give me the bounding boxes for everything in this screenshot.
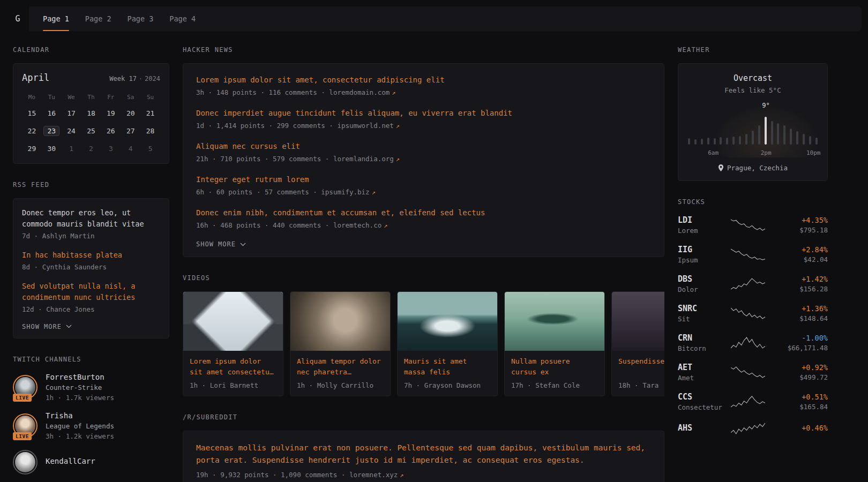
stock-symbol[interactable]: DBS bbox=[678, 274, 725, 284]
tab-page-3[interactable]: Page 3 bbox=[128, 6, 154, 31]
section-title-twitch: TWITCH CHANNELS bbox=[13, 356, 169, 363]
stock-price: $795.18 bbox=[771, 226, 828, 234]
stock-row[interactable]: DBSDolor +1.42%$156.28 bbox=[678, 274, 828, 293]
rss-item-title[interactable]: Sed volutpat nulla nisl, a condimentum n… bbox=[22, 281, 160, 303]
hn-item-stats: 21h · 710 points · 579 comments · bbox=[196, 155, 329, 163]
video-thumbnail[interactable] bbox=[398, 292, 497, 351]
stock-name: Dolor bbox=[678, 285, 725, 293]
stock-symbol[interactable]: CRN bbox=[678, 333, 725, 343]
stock-row[interactable]: LDILorem +4.35%$795.18 bbox=[678, 215, 828, 235]
hn-item-domain-link[interactable]: ipsumworld.net↗ bbox=[337, 122, 400, 130]
subreddit-post-title[interactable]: Maecenas mollis pulvinar erat non posuer… bbox=[196, 442, 651, 466]
rss-item-title[interactable]: Donec tempor eros leo, ut commodo mauris… bbox=[22, 207, 160, 230]
video-card[interactable]: Lorem ipsum dolor sit amet consectetu… 1… bbox=[183, 291, 283, 396]
stock-name: Amet bbox=[678, 374, 725, 382]
hn-item-domain-link[interactable]: ipsumify.biz↗ bbox=[321, 188, 376, 196]
stock-row[interactable]: IIGIpsum +2.84%$42.04 bbox=[678, 245, 828, 264]
video-thumbnail[interactable] bbox=[505, 292, 604, 351]
hn-item-title[interactable]: Aliquam nec cursus elit bbox=[196, 141, 651, 152]
avatar[interactable] bbox=[13, 450, 38, 475]
calendar-week-year: Week 17·2024 bbox=[109, 75, 160, 82]
video-thumbnail[interactable] bbox=[612, 292, 664, 351]
video-title[interactable]: Lorem ipsum dolor sit amet consectetu… bbox=[190, 356, 276, 378]
hn-item-title[interactable]: Donec enim nibh, condimentum et accumsan… bbox=[196, 207, 651, 219]
video-title[interactable]: Nullam posuere cursus ex bbox=[511, 356, 598, 378]
hn-item: Donec imperdiet augue tincidunt felis al… bbox=[196, 108, 651, 130]
stock-symbol[interactable]: AHS bbox=[678, 423, 725, 433]
twitch-channel[interactable]: LIVE Trisha League of Legends 3h · 1.2k … bbox=[13, 411, 169, 440]
video-title[interactable]: Suspendisse diam bbox=[618, 356, 664, 378]
rss-show-more-button[interactable]: SHOW MORE bbox=[22, 323, 72, 330]
stock-sparkline bbox=[731, 306, 765, 320]
hn-item-stats: 3h · 148 points · 116 comments · bbox=[196, 88, 325, 96]
avatar[interactable]: LIVE bbox=[13, 375, 38, 400]
stock-symbol[interactable]: LDI bbox=[678, 215, 725, 225]
middle-column: HACKER NEWS Lorem ipsum dolor sit amet, … bbox=[183, 46, 664, 482]
stocks-widget: STOCKS LDILorem +4.35%$795.18 IIGIpsum +… bbox=[678, 198, 828, 435]
hn-item-domain-link[interactable]: loremtech.co↗ bbox=[333, 221, 388, 229]
avatar-image bbox=[15, 452, 35, 472]
twitch-channel[interactable]: KendallCarr bbox=[13, 450, 169, 475]
stock-row[interactable]: AETAmet +0.92%$499.72 bbox=[678, 363, 828, 382]
channel-name[interactable]: ForrestBurton bbox=[46, 373, 114, 381]
channel-name[interactable]: KendallCarr bbox=[46, 457, 95, 465]
stock-symbol[interactable]: IIG bbox=[678, 245, 725, 254]
rss-item: In hac habitasse platea 8d · Cynthia Sau… bbox=[22, 250, 160, 271]
videos-scroll-row[interactable]: Lorem ipsum dolor sit amet consectetu… 1… bbox=[183, 291, 664, 396]
subreddit-card: Maecenas mollis pulvinar erat non posuer… bbox=[183, 431, 664, 482]
stock-row[interactable]: CRNBitcorn -1.00%$66,171.48 bbox=[678, 333, 828, 352]
stock-symbol[interactable]: AET bbox=[678, 363, 725, 372]
channel-meta: 3h · 1.2k viewers bbox=[46, 432, 114, 440]
channel-game[interactable]: League of Legends bbox=[46, 422, 114, 430]
video-card[interactable]: Mauris sit amet massa felis 7h · Grayson… bbox=[397, 291, 498, 396]
calendar-week-label: Week 17 bbox=[109, 75, 137, 82]
stock-symbol[interactable]: SNRC bbox=[678, 304, 725, 313]
video-card[interactable]: Nullam posuere cursus ex 17h · Stefan Co… bbox=[504, 291, 605, 396]
stock-row[interactable]: AHS +0.46% bbox=[678, 421, 828, 435]
channel-name[interactable]: Trisha bbox=[46, 411, 114, 420]
chevron-down-icon bbox=[66, 325, 72, 328]
tab-page-4[interactable]: Page 4 bbox=[169, 6, 196, 31]
calendar-day-header: We bbox=[62, 94, 81, 101]
hn-item-title[interactable]: Lorem ipsum dolor sit amet, consectetur … bbox=[196, 74, 651, 86]
hn-item-meta: 16h · 468 points · 440 comments · loremt… bbox=[196, 221, 651, 229]
calendar-day-header: Tu bbox=[42, 94, 62, 101]
live-badge: LIVE bbox=[13, 394, 32, 402]
channel-game[interactable]: Counter-Strike bbox=[46, 383, 114, 391]
calendar-day-header: Sa bbox=[121, 94, 140, 101]
right-column: WEATHER Overcast Feels like 5°C 9° 6am 2… bbox=[678, 46, 828, 482]
calendar-day-header: Th bbox=[81, 94, 101, 101]
hn-item-domain-link[interactable]: loremlandia.org↗ bbox=[333, 155, 400, 163]
stock-change: -1.00% bbox=[771, 334, 828, 342]
stock-row[interactable]: SNRCSit +1.36%$148.64 bbox=[678, 304, 828, 323]
calendar-grid: MoTuWeThFrSaSu15161718192021222324252627… bbox=[22, 94, 160, 154]
weather-bar bbox=[688, 138, 690, 145]
video-thumbnail[interactable] bbox=[183, 292, 283, 351]
rss-item-title[interactable]: In hac habitasse platea bbox=[22, 250, 160, 261]
video-meta: 7h · Grayson Dawson bbox=[404, 381, 491, 389]
tab-page-2[interactable]: Page 2 bbox=[85, 6, 111, 31]
calendar-day-header: Fr bbox=[101, 94, 121, 101]
stock-price: $66,171.48 bbox=[771, 344, 828, 352]
calendar-day: 2 bbox=[81, 143, 101, 154]
twitch-channel[interactable]: LIVE ForrestBurton Counter-Strike 1h · 1… bbox=[13, 373, 169, 402]
hackernews-show-more-button[interactable]: SHOW MORE bbox=[196, 240, 246, 248]
hn-item-title[interactable]: Integer eget rutrum lorem bbox=[196, 174, 651, 185]
avatar[interactable]: LIVE bbox=[13, 413, 38, 438]
video-card[interactable]: Aliquam tempor dolor nec pharetra… 1h · … bbox=[290, 291, 391, 396]
section-title-subreddit: /R/SUBREDDIT bbox=[183, 413, 664, 421]
stock-symbol[interactable]: CCS bbox=[678, 392, 725, 402]
video-thumbnail[interactable] bbox=[290, 292, 390, 351]
tab-page-1[interactable]: Page 1 bbox=[43, 6, 69, 31]
hn-item-domain-link[interactable]: loremdomain.com↗ bbox=[329, 88, 395, 96]
weather-time-label: 10pm bbox=[806, 149, 821, 156]
weather-bar bbox=[739, 136, 741, 145]
video-card[interactable]: Suspendisse diam 18h · Tara bbox=[611, 291, 664, 396]
stock-row[interactable]: CCSConsectetur +0.51%$165.84 bbox=[678, 392, 828, 411]
subreddit-domain-link[interactable]: loremnet.xyz↗ bbox=[349, 471, 404, 479]
stocks-list: LDILorem +4.35%$795.18 IIGIpsum +2.84%$4… bbox=[678, 215, 828, 435]
video-title[interactable]: Aliquam tempor dolor nec pharetra… bbox=[297, 356, 384, 378]
calendar-year: 2024 bbox=[145, 75, 160, 82]
hn-item-title[interactable]: Donec imperdiet augue tincidunt felis al… bbox=[196, 108, 651, 119]
video-title[interactable]: Mauris sit amet massa felis bbox=[404, 356, 491, 378]
